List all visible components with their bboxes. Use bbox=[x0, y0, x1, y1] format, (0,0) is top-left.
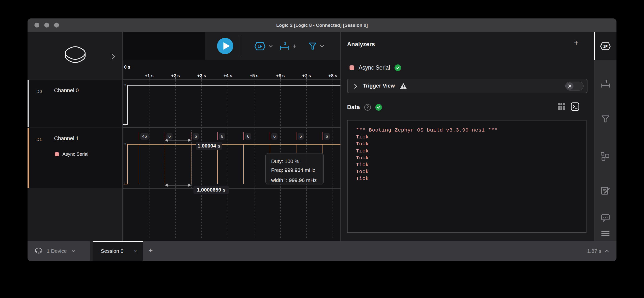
channel-analyzer-label: Async Serial bbox=[62, 152, 88, 157]
trigger-view-label: Trigger View bbox=[363, 82, 395, 89]
frame-marker-tick bbox=[243, 132, 244, 140]
row-separator bbox=[123, 188, 340, 188]
row-separator bbox=[123, 80, 340, 80]
expand-chevron-icon[interactable] bbox=[354, 84, 358, 89]
toggle-off-knob bbox=[566, 82, 574, 90]
chevron-down-icon bbox=[268, 44, 273, 48]
new-session-button[interactable]: + bbox=[148, 246, 153, 255]
triggers-tab[interactable] bbox=[594, 114, 616, 124]
measure-value-bottom: 1.0000659 s bbox=[194, 186, 229, 194]
help-icon[interactable]: ? bbox=[364, 104, 371, 111]
title-bar: Logic 2 [Logic 8 - Connected] [Session 0… bbox=[28, 18, 616, 32]
measure-value-top: 1.00004 s bbox=[196, 142, 222, 150]
ch1-high-line bbox=[127, 144, 340, 144]
terminal-line: Tock bbox=[356, 168, 586, 175]
ch1-rising-edge bbox=[127, 144, 128, 184]
decoded-byte-badge[interactable]: 6 bbox=[271, 133, 278, 140]
trigger-view-row[interactable]: Trigger View bbox=[347, 79, 588, 93]
device-settings-button[interactable]: 1F bbox=[254, 32, 273, 60]
timeline-origin-label: 0 s bbox=[124, 65, 130, 70]
device-badge-icon: 1F bbox=[600, 41, 611, 51]
chevron-down-icon bbox=[320, 44, 324, 48]
gridline bbox=[332, 80, 333, 240]
ch0-high-line bbox=[127, 85, 340, 86]
svg-text:1F: 1F bbox=[603, 44, 608, 48]
warning-icon bbox=[400, 82, 407, 90]
decoded-byte-badge[interactable]: 6 bbox=[219, 133, 225, 140]
device-selector[interactable]: 1 Device bbox=[28, 241, 90, 261]
analyzer-terminal-output[interactable]: *** Booting Zephyr OS build v3.3.99-ncs1… bbox=[347, 120, 586, 233]
device-header[interactable] bbox=[28, 32, 122, 80]
add-analyzer-button[interactable]: + bbox=[574, 38, 578, 48]
device-icon bbox=[34, 247, 43, 255]
chevron-up-icon bbox=[605, 250, 609, 252]
window-title: Logic 2 [Logic 8 - Connected] [Session 0… bbox=[28, 18, 616, 32]
channel-0-color-strip bbox=[28, 80, 29, 127]
bottom-bar: 1 Device Session 0 × + 1.87 s bbox=[28, 241, 616, 261]
ch1-serial-pulse bbox=[139, 144, 139, 184]
data-section-header: Data ? bbox=[347, 104, 382, 111]
measurements-button[interactable]: 3 + bbox=[279, 32, 296, 60]
svg-text:1F: 1F bbox=[258, 44, 262, 48]
logic-device-icon bbox=[62, 46, 88, 66]
decoded-byte-badge[interactable]: 6 bbox=[166, 133, 172, 140]
chevron-down-icon bbox=[71, 250, 76, 252]
data-status-ok-icon bbox=[375, 104, 382, 111]
ch1-serial-pulse bbox=[243, 144, 244, 184]
trigger-view-toggle[interactable] bbox=[565, 82, 584, 90]
ch0-low-label: L bbox=[124, 122, 126, 126]
play-icon bbox=[224, 42, 230, 50]
waveform-area[interactable]: 1F 3 + bbox=[123, 32, 340, 241]
terminal-line: Tock bbox=[356, 155, 586, 162]
menu-tab[interactable] bbox=[594, 231, 616, 236]
channel-1-name[interactable]: Channel 1 bbox=[54, 135, 79, 142]
analyzer-name: Async Serial bbox=[358, 64, 390, 71]
timeline-ruler[interactable]: 0 s +1 s+2 s+3 s+4 s+5 s+6 s+7 s+8 s bbox=[123, 60, 340, 80]
tooltip-width-inverse: width-1: 999.96 mHz bbox=[271, 174, 324, 185]
decoded-byte-badge[interactable]: 6 bbox=[298, 133, 304, 140]
start-capture-button[interactable] bbox=[217, 38, 233, 54]
session-tab-label: Session 0 bbox=[101, 248, 124, 254]
tooltip-freq: Freq: 999.934 mHz bbox=[271, 166, 324, 174]
channel-1-id: D1 bbox=[36, 137, 42, 142]
gridline bbox=[175, 80, 176, 240]
terminal-view-button[interactable] bbox=[571, 102, 579, 111]
feedback-tab[interactable] bbox=[594, 214, 616, 222]
close-session-icon[interactable]: × bbox=[134, 248, 137, 254]
trigger-button[interactable] bbox=[308, 32, 324, 60]
terminal-line: Tick bbox=[356, 148, 586, 155]
capture-duration-control[interactable]: 1.87 s bbox=[587, 241, 609, 261]
measurements-tab[interactable]: 3 bbox=[594, 79, 616, 89]
extensions-tab[interactable] bbox=[594, 152, 616, 161]
device-count-label: 1 Device bbox=[47, 248, 67, 254]
decoded-byte-badge[interactable]: 46 bbox=[140, 133, 149, 140]
decoded-byte-badge[interactable]: 6 bbox=[193, 133, 199, 140]
add-measurement-icon: + bbox=[292, 42, 296, 50]
channel-row-0[interactable]: D0 Channel 0 bbox=[28, 80, 122, 127]
frame-marker-tick bbox=[139, 132, 139, 140]
notes-tab[interactable] bbox=[594, 186, 616, 195]
ch0-rising-edge bbox=[127, 85, 128, 125]
table-view-button[interactable] bbox=[558, 103, 565, 111]
channel-row-1[interactable]: D1 Channel 1 Async Serial bbox=[28, 128, 122, 188]
ch1-low-label: L bbox=[124, 182, 126, 186]
measure-arrow-bottom bbox=[164, 183, 192, 187]
analyzer-color-icon bbox=[55, 152, 59, 156]
channel-1-analyzer-chip[interactable]: Async Serial bbox=[55, 152, 88, 157]
device-tab-active[interactable]: 1F bbox=[594, 32, 616, 60]
ch1-high-label: H bbox=[124, 142, 126, 146]
svg-text:3: 3 bbox=[284, 41, 286, 46]
analyzer-row[interactable]: Async Serial bbox=[350, 64, 401, 71]
gridline bbox=[228, 80, 228, 240]
frame-marker-tick bbox=[296, 132, 296, 140]
session-tab[interactable]: Session 0 × bbox=[93, 241, 143, 261]
decoded-byte-badge[interactable]: 6 bbox=[324, 133, 330, 140]
channel-0-name[interactable]: Channel 0 bbox=[54, 87, 79, 94]
ch1-serial-pulse bbox=[217, 144, 218, 184]
panel-title: Analyzers bbox=[347, 41, 375, 48]
analyzer-status-ok-icon bbox=[394, 64, 401, 71]
sidebar-expand-chevron-icon[interactable] bbox=[111, 53, 116, 60]
gridline bbox=[201, 80, 202, 240]
terminal-line: Tick bbox=[356, 175, 586, 182]
decoded-byte-badge[interactable]: 6 bbox=[245, 133, 251, 140]
